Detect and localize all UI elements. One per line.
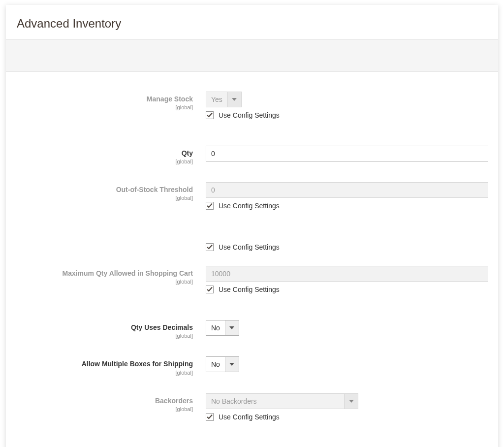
- use-config-row: Use Config Settings: [206, 243, 488, 251]
- scope-label: [global]: [16, 370, 193, 376]
- label-col: Qty Uses Decimals [global]: [16, 320, 206, 339]
- label-out-of-stock-threshold: Out-of-Stock Threshold: [116, 186, 193, 193]
- chevron-down-icon: [225, 357, 239, 372]
- row-allow-multiple-boxes: Allow Multiple Boxes for Shipping [globa…: [16, 356, 488, 375]
- select-qty-uses-decimals[interactable]: No: [206, 320, 239, 336]
- panel-title: Advanced Inventory: [17, 17, 487, 31]
- row-manage-stock: Manage Stock [global] Yes Use Config Set…: [16, 92, 488, 128]
- label-qty: Qty: [182, 149, 193, 157]
- row-out-of-stock-threshold: Out-of-Stock Threshold [global] Use Conf…: [16, 182, 488, 219]
- advanced-inventory-panel: Advanced Inventory Manage Stock [global]…: [6, 5, 498, 447]
- control-col: Use Config Settings: [206, 266, 488, 302]
- select-backorders: No Backorders: [206, 393, 358, 409]
- row-backorders: Backorders [global] No Backorders Use Co…: [16, 393, 488, 430]
- use-config-label[interactable]: Use Config Settings: [219, 413, 280, 421]
- use-config-label[interactable]: Use Config Settings: [219, 202, 280, 210]
- label-col: Maximum Qty Allowed in Shopping Cart [gl…: [16, 266, 206, 285]
- row-orphan-use-config: Use Config Settings: [16, 243, 488, 260]
- chevron-down-icon: [344, 394, 358, 409]
- label-manage-stock: Manage Stock: [147, 95, 193, 103]
- control-col: Use Config Settings: [206, 243, 488, 260]
- select-allow-multiple-boxes[interactable]: No: [206, 356, 239, 372]
- label-col: Backorders [global]: [16, 393, 206, 412]
- row-qty: Qty [global]: [16, 146, 488, 164]
- control-col: No Backorders Use Config Settings: [206, 393, 488, 430]
- label-col: Manage Stock [global]: [16, 92, 206, 110]
- chevron-down-icon: [227, 92, 241, 107]
- select-value: Yes: [206, 92, 227, 107]
- input-out-of-stock-threshold: [206, 182, 488, 198]
- label-col: Out-of-Stock Threshold [global]: [16, 182, 206, 201]
- use-config-label[interactable]: Use Config Settings: [219, 286, 280, 293]
- checkbox-use-config-backorders[interactable]: [206, 413, 214, 421]
- use-config-label[interactable]: Use Config Settings: [219, 243, 280, 251]
- scope-label: [global]: [16, 333, 193, 339]
- control-col: No: [206, 320, 488, 336]
- label-col: Qty [global]: [16, 146, 206, 164]
- header-bar: [6, 39, 498, 72]
- scope-label: [global]: [16, 159, 193, 164]
- control-col: No: [206, 356, 488, 372]
- scope-label: [global]: [16, 195, 193, 201]
- row-qty-uses-decimals: Qty Uses Decimals [global] No: [16, 320, 488, 339]
- scope-label: [global]: [16, 279, 193, 285]
- scope-label: [global]: [16, 104, 193, 110]
- use-config-row: Use Config Settings: [206, 286, 488, 293]
- label-col: [16, 243, 206, 246]
- scope-label: [global]: [16, 406, 193, 412]
- input-qty[interactable]: [206, 146, 488, 161]
- select-value: No: [206, 320, 225, 335]
- form-body: Manage Stock [global] Yes Use Config Set…: [6, 92, 498, 447]
- use-config-row: Use Config Settings: [206, 413, 488, 421]
- use-config-row: Use Config Settings: [206, 111, 488, 119]
- select-value: No: [206, 357, 225, 372]
- label-qty-uses-decimals: Qty Uses Decimals: [131, 323, 193, 331]
- checkbox-use-config-out-of-stock[interactable]: [206, 202, 214, 210]
- panel-header: Advanced Inventory: [6, 5, 498, 39]
- use-config-row: Use Config Settings: [206, 202, 488, 210]
- row-max-qty-cart: Maximum Qty Allowed in Shopping Cart [gl…: [16, 266, 488, 302]
- checkbox-use-config-orphan[interactable]: [206, 243, 214, 251]
- label-backorders: Backorders: [155, 397, 193, 405]
- control-col: Use Config Settings: [206, 182, 488, 219]
- input-max-qty-cart: [206, 266, 488, 282]
- control-col: Yes Use Config Settings: [206, 92, 488, 128]
- checkbox-use-config-max-qty[interactable]: [206, 286, 214, 293]
- label-col: Allow Multiple Boxes for Shipping [globa…: [16, 356, 206, 375]
- use-config-label[interactable]: Use Config Settings: [219, 111, 280, 119]
- select-manage-stock: Yes: [206, 92, 242, 107]
- checkbox-use-config-manage-stock[interactable]: [206, 111, 214, 119]
- select-value: No Backorders: [206, 394, 344, 409]
- chevron-down-icon: [225, 320, 239, 335]
- control-col: [206, 146, 488, 161]
- label-max-qty-cart: Maximum Qty Allowed in Shopping Cart: [63, 269, 193, 277]
- label-allow-multiple-boxes: Allow Multiple Boxes for Shipping: [82, 360, 193, 368]
